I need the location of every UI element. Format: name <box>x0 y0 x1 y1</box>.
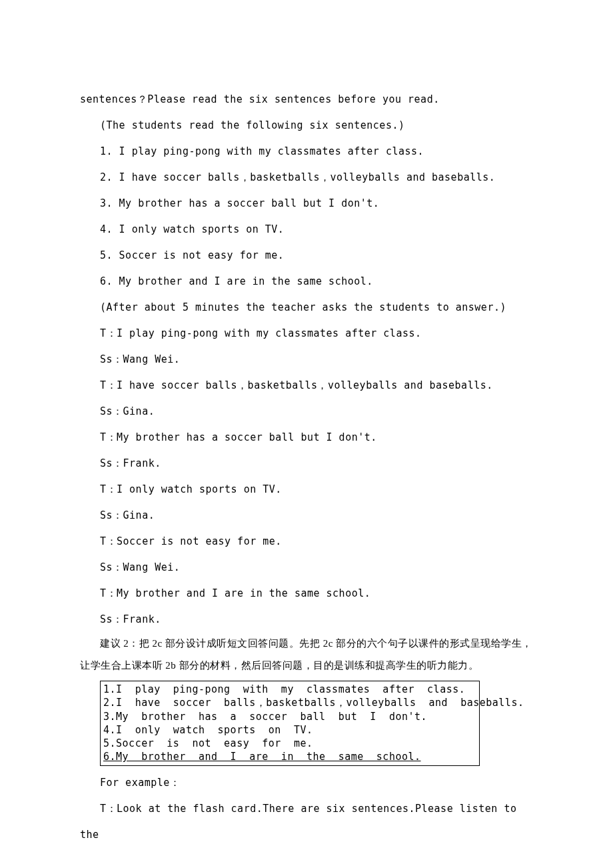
body-line: (After about 5 minutes the teacher asks … <box>80 295 533 321</box>
body-line: T：I play ping-pong with my classmates af… <box>80 321 533 347</box>
body-line: sentences？Please read the six sentences … <box>80 87 533 113</box>
body-line: 3. My brother has a soccer ball but I do… <box>80 191 533 217</box>
box-line: 4.I only watch sports on TV. <box>103 723 476 737</box>
box-line: 2.I have soccer balls，basketballs，volley… <box>103 696 476 709</box>
document-page: sentences？Please read the six sentences … <box>0 0 613 868</box>
box-line: 3.My brother has a soccer ball but I don… <box>103 710 476 723</box>
box-line: 5.Soccer is not easy for me. <box>103 737 476 750</box>
body-line: 1. I play ping-pong with my classmates a… <box>80 139 533 165</box>
sentence-box: 1.I play ping-pong with my classmates af… <box>100 681 480 766</box>
body-line: 4. I only watch sports on TV. <box>80 217 533 243</box>
body-line: T：My brother has a soccer ball but I don… <box>80 425 533 451</box>
body-line: Ss：Gina. <box>80 399 533 425</box>
body-line: T：I have soccer balls，basketballs，volley… <box>80 373 533 399</box>
body-line: 2. I have soccer balls，basketballs，volle… <box>80 165 533 191</box>
body-line: Ss：Gina. <box>80 503 533 529</box>
body-line: For example： <box>80 770 533 796</box>
box-line: 6.My brother and I are in the same schoo… <box>103 750 476 763</box>
suggestion-paragraph: 建议 2：把 2c 部分设计成听短文回答问题。先把 2c 部分的六个句子以课件的… <box>80 633 533 677</box>
body-line: Ss：Frank. <box>80 451 533 477</box>
body-line: Ss：Frank. <box>80 607 533 633</box>
body-line: T：I only watch sports on TV. <box>80 477 533 503</box>
body-line: T：My brother and I are in the same schoo… <box>80 581 533 607</box>
body-line: 5. Soccer is not easy for me. <box>80 243 533 269</box>
body-line: 6. My brother and I are in the same scho… <box>80 269 533 295</box>
body-line: (The students read the following six sen… <box>80 113 533 139</box>
body-line: T：Look at the flash card.There are six s… <box>80 796 533 848</box>
body-line: Ss：Wang Wei. <box>80 347 533 373</box>
box-line: 1.I play ping-pong with my classmates af… <box>103 683 476 696</box>
body-line: Ss：Wang Wei. <box>80 555 533 581</box>
body-line: T：Soccer is not easy for me. <box>80 529 533 555</box>
